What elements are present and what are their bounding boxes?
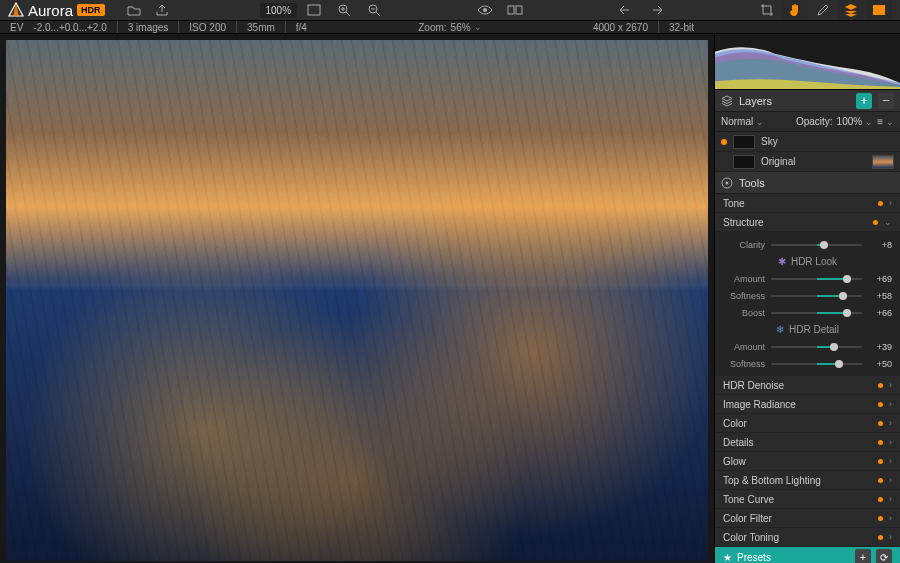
layers-icon [721, 95, 733, 107]
zoom-100-button[interactable]: 100% [260, 3, 298, 18]
tools-header: Tools [715, 172, 900, 194]
opacity-dropdown[interactable]: 100% ⌄ [837, 116, 874, 127]
clarity-slider[interactable]: Clarity +8 [715, 236, 900, 253]
add-layer-button[interactable]: + [856, 93, 872, 109]
svg-rect-4 [508, 6, 514, 14]
right-panel: Layers + − Normal ⌄ Opacity: 100% ⌄ ≡ ⌄ … [714, 34, 900, 563]
tool-row-details[interactable]: Details› [715, 433, 900, 452]
zoom-in-button[interactable] [331, 0, 357, 20]
tool-row-image-radiance[interactable]: Image Radiance› [715, 395, 900, 414]
opacity-label: Opacity: [796, 116, 833, 127]
layer-menu-button[interactable]: ≡ ⌄ [877, 116, 894, 127]
preview-button[interactable] [472, 0, 498, 20]
structure-panel: Clarity +8 ✱HDR Look Amount +69 Softness… [715, 232, 900, 376]
histogram-panel-button[interactable] [866, 0, 892, 20]
layer-name: Original [761, 156, 795, 167]
export-button[interactable] [149, 0, 175, 20]
brush-tool-button[interactable] [810, 0, 836, 20]
ev-label: EV [10, 22, 23, 33]
layer-controls: Normal ⌄ Opacity: 100% ⌄ ≡ ⌄ [715, 112, 900, 132]
presets-bar[interactable]: ★ Presets + ⟳ [715, 547, 900, 563]
undo-button[interactable] [613, 0, 639, 20]
app-name: Aurora [28, 2, 73, 19]
zoom-dropdown[interactable]: 56% ⌄ [451, 22, 482, 33]
layer-row-original[interactable]: Original [715, 152, 900, 172]
fit-screen-button[interactable] [301, 0, 327, 20]
canvas-area[interactable] [0, 34, 714, 563]
tools-icon [721, 177, 733, 189]
remove-layer-button[interactable]: − [878, 93, 894, 109]
layer-preview-thumb [872, 155, 894, 169]
zoom-out-button[interactable] [361, 0, 387, 20]
top-toolbar: Aurora HDR 100% [0, 0, 900, 21]
open-button[interactable] [121, 0, 147, 20]
tool-row-color[interactable]: Color› [715, 414, 900, 433]
histogram[interactable] [715, 34, 900, 90]
image-dimensions: 4000 x 2670 [593, 22, 648, 33]
tool-row-tone-curve[interactable]: Tone Curve› [715, 490, 900, 509]
image-count: 3 images [128, 22, 169, 33]
tool-row-structure[interactable]: Structure ⌄ [715, 213, 900, 232]
tool-row-hdr-denoise[interactable]: HDR Denoise› [715, 376, 900, 395]
hdr-look-boost-slider[interactable]: Boost +66 [715, 304, 900, 321]
compare-button[interactable] [502, 0, 528, 20]
tool-row-color-filter[interactable]: Color Filter› [715, 509, 900, 528]
refresh-presets-button[interactable]: ⟳ [876, 549, 892, 563]
app-logo: Aurora HDR [8, 2, 117, 19]
hdr-detail-subheader: ❄HDR Detail [715, 321, 900, 338]
redo-button[interactable] [643, 0, 669, 20]
hdr-badge: HDR [77, 4, 105, 16]
crop-tool-button[interactable] [754, 0, 780, 20]
tool-row-color-toning[interactable]: Color Toning› [715, 528, 900, 547]
iso-value: ISO 200 [189, 22, 226, 33]
aperture: f/4 [296, 22, 307, 33]
tools-title: Tools [739, 177, 765, 189]
layer-thumb [733, 135, 755, 149]
svg-rect-0 [308, 5, 320, 15]
svg-rect-5 [516, 6, 522, 14]
star-icon: ★ [723, 552, 732, 563]
layer-row-sky[interactable]: Sky [715, 132, 900, 152]
svg-point-3 [483, 8, 487, 12]
ev-value: -2.0...+0.0...+2.0 [33, 22, 106, 33]
hdr-detail-softness-slider[interactable]: Softness +50 [715, 355, 900, 372]
hand-tool-button[interactable] [782, 0, 808, 20]
focal-length: 35mm [247, 22, 275, 33]
presets-label: Presets [737, 552, 771, 563]
svg-point-8 [726, 181, 729, 184]
layers-panel-button[interactable] [838, 0, 864, 20]
blend-mode-dropdown[interactable]: Normal ⌄ [721, 116, 764, 127]
visibility-dot-icon[interactable] [721, 139, 727, 145]
hdr-detail-amount-slider[interactable]: Amount +39 [715, 338, 900, 355]
hdr-look-amount-slider[interactable]: Amount +69 [715, 270, 900, 287]
layer-thumb [733, 155, 755, 169]
svg-rect-6 [873, 5, 885, 15]
layers-title: Layers [739, 95, 772, 107]
layer-name: Sky [761, 136, 778, 147]
hdr-look-subheader: ✱HDR Look [715, 253, 900, 270]
tool-row-top-bottom-lighting[interactable]: Top & Bottom Lighting› [715, 471, 900, 490]
info-bar: EV -2.0...+0.0...+2.0 3 images ISO 200 3… [0, 21, 900, 34]
hdr-look-softness-slider[interactable]: Softness +58 [715, 287, 900, 304]
bit-depth: 32-bit [669, 22, 694, 33]
layers-header: Layers + − [715, 90, 900, 112]
tool-row-tone[interactable]: Tone › [715, 194, 900, 213]
add-preset-button[interactable]: + [855, 549, 871, 563]
photo-preview[interactable] [6, 40, 708, 561]
tool-row-glow[interactable]: Glow› [715, 452, 900, 471]
zoom-label: Zoom: [418, 22, 446, 33]
